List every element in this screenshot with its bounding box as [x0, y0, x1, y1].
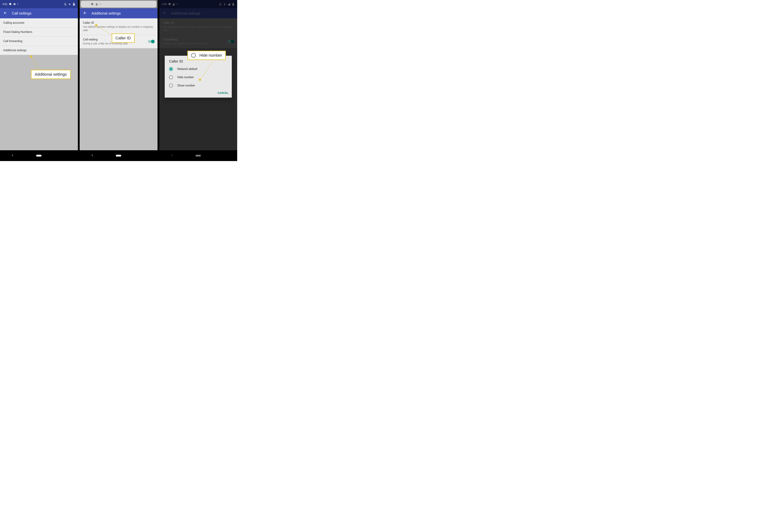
titlebar: Call settings [0, 8, 78, 18]
callout-caller-id: Caller ID [112, 33, 135, 43]
svg-rect-1 [74, 3, 74, 3]
svg-point-4 [96, 3, 97, 4]
item-call-forwarding[interactable]: Call forwarding [0, 37, 78, 46]
page-title: Call settings [12, 11, 31, 16]
android-navbar [80, 150, 158, 161]
caller-id-dialog: Caller ID Network default Hide number Sh… [165, 56, 232, 97]
radio-network-default[interactable]: Network default [165, 65, 232, 73]
status-time: 3:51 [2, 3, 7, 6]
radio-show-number[interactable]: Show number [165, 81, 232, 90]
item-label: Additional settings [3, 49, 75, 52]
back-arrow-icon[interactable] [83, 11, 87, 16]
svg-rect-5 [116, 155, 121, 156]
annotation-marker-icon [30, 55, 32, 58]
image-icon [91, 3, 94, 6]
slack-icon [13, 3, 16, 6]
bell-mute-icon [64, 3, 67, 6]
svg-rect-2 [73, 4, 75, 5]
cancel-button[interactable]: CANCEL [218, 91, 228, 94]
back-arrow-icon[interactable] [3, 11, 7, 16]
item-label: Calling accounts [3, 21, 75, 25]
nav-home-icon[interactable] [116, 154, 121, 157]
callout-additional-settings: Additional settings [31, 70, 71, 79]
wifi-icon [68, 3, 71, 6]
page-title: Additional settings [91, 11, 121, 16]
svg-rect-3 [36, 155, 41, 156]
item-calling-accounts[interactable]: Calling accounts [0, 18, 78, 28]
radio-label: Hide number [177, 76, 194, 79]
settings-list: Calling accounts Fixed Dialing Numbers C… [0, 18, 78, 55]
image-icon [9, 3, 12, 6]
nav-back-icon[interactable] [11, 154, 14, 158]
radio-icon [169, 84, 173, 88]
callout-label: Hide number [199, 53, 222, 58]
radio-icon [169, 67, 173, 71]
titlebar: Additional settings [80, 8, 158, 18]
item-sublabel: Use default operator settings to display… [83, 25, 154, 32]
person-add-icon [95, 3, 99, 6]
status-dot-icon [18, 4, 18, 4]
nav-back-icon[interactable] [91, 154, 94, 158]
radio-hide-number[interactable]: Hide number [165, 73, 232, 81]
android-navbar [0, 150, 78, 161]
item-additional-settings[interactable]: Additional settings [0, 46, 78, 55]
callout-hide-number: Hide number [187, 51, 226, 60]
item-label: Call forwarding [3, 39, 75, 43]
item-label: Caller ID [83, 21, 154, 25]
call-waiting-switch[interactable] [148, 40, 154, 43]
empty-area [80, 48, 158, 150]
radio-icon [169, 75, 173, 79]
screen-additional-settings: Additional settings Caller ID Use defaul… [80, 0, 158, 161]
status-bar [80, 0, 158, 8]
screen-call-settings: 3:51 [0, 0, 78, 161]
screen-caller-id-dialog: 3:56 [159, 0, 237, 161]
item-caller-id[interactable]: Caller ID Use default operator settings … [80, 18, 158, 35]
item-fixed-dialing[interactable]: Fixed Dialing Numbers [0, 28, 78, 37]
nav-home-icon[interactable] [36, 154, 41, 157]
item-label: Fixed Dialing Numbers [3, 30, 75, 34]
status-bar: 3:51 [0, 0, 78, 8]
radio-label: Network default [177, 67, 197, 71]
status-pill [81, 1, 157, 7]
dialog-title: Caller ID [165, 59, 232, 65]
annotation-marker-icon [95, 24, 97, 26]
radio-label: Show number [177, 84, 195, 87]
radio-icon [191, 53, 196, 58]
battery-icon [73, 3, 75, 6]
status-dot-icon [100, 4, 101, 4]
